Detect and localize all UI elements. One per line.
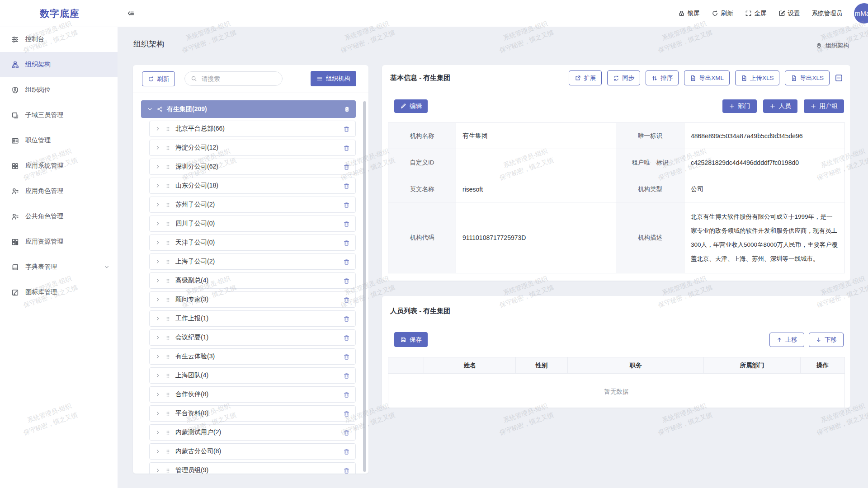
drag-handle-icon[interactable] (165, 335, 171, 341)
sidebar-item-9[interactable]: 字典表管理 (0, 254, 118, 280)
chevron-right-icon[interactable] (155, 411, 160, 416)
trash-icon[interactable] (343, 410, 350, 417)
edit-button[interactable]: 编辑 (394, 99, 428, 113)
trash-icon[interactable] (343, 202, 350, 208)
tree-node-14[interactable]: 合作伙伴(8) (149, 386, 356, 403)
drag-handle-icon[interactable] (165, 221, 171, 227)
drag-handle-icon[interactable] (165, 392, 171, 398)
drag-handle-icon[interactable] (165, 145, 171, 151)
sidebar-collapse-icon[interactable] (127, 9, 135, 17)
tree-node-1[interactable]: 海淀分公司(12) (149, 140, 356, 156)
sidebar-item-2[interactable]: 组织岗位 (0, 77, 118, 103)
chevron-right-icon[interactable] (155, 316, 160, 321)
sidebar-item-7[interactable]: 公共角色管理 (0, 204, 118, 229)
tree-node-4[interactable]: 苏州子公司(2) (149, 197, 356, 213)
chevron-right-icon[interactable] (155, 335, 160, 340)
trash-icon[interactable] (343, 334, 350, 341)
trash-icon[interactable] (343, 277, 350, 284)
drag-handle-icon[interactable] (165, 259, 171, 265)
tree-node-9[interactable]: 顾问专家(3) (149, 291, 356, 308)
chevron-right-icon[interactable] (155, 240, 160, 245)
move-down-button[interactable]: 下移 (809, 333, 844, 347)
tree-node-13[interactable]: 上海团队(4) (149, 367, 356, 384)
tree-node-5[interactable]: 四川子公司(0) (149, 216, 356, 232)
chevron-right-icon[interactable] (155, 449, 160, 454)
tree-refresh-button[interactable]: 刷新 (142, 71, 175, 86)
drag-handle-icon[interactable] (165, 468, 171, 474)
sidebar-item-0[interactable]: 控制台 (0, 27, 118, 52)
tree-node-6[interactable]: 天津子公司(0) (149, 235, 356, 251)
trash-icon[interactable] (343, 353, 350, 360)
trash-icon[interactable] (343, 258, 350, 265)
chevron-right-icon[interactable] (155, 126, 160, 131)
sidebar-item-8[interactable]: 应用资源管理 (0, 229, 118, 254)
tree-root-node[interactable]: 有生集团(209) (141, 100, 356, 118)
sidebar-item-4[interactable]: 职位管理 (0, 128, 118, 153)
drag-handle-icon[interactable] (165, 183, 171, 189)
sidebar-item-5[interactable]: 应用系统管理 (0, 153, 118, 178)
fullscreen-button[interactable]: 全屏 (745, 9, 767, 18)
chevron-down-icon[interactable] (147, 106, 153, 112)
add-department-button[interactable]: 部门 (722, 99, 757, 113)
chevron-right-icon[interactable] (155, 145, 160, 150)
trash-icon[interactable] (343, 296, 350, 303)
org-type-button[interactable]: 组织机构 (311, 71, 356, 86)
drag-handle-icon[interactable] (165, 202, 171, 208)
add-usergroup-button[interactable]: 用户组 (804, 99, 844, 113)
tree-node-3[interactable]: 山东分公司(18) (149, 178, 356, 194)
trash-icon[interactable] (343, 183, 350, 189)
refresh-page-button[interactable]: 刷新 (712, 9, 733, 18)
drag-handle-icon[interactable] (165, 373, 171, 379)
sync-button[interactable]: 同步 (607, 70, 640, 85)
trash-icon[interactable] (343, 126, 350, 132)
tree-node-7[interactable]: 上海子公司(2) (149, 253, 356, 270)
export-xls-button[interactable]: 导出XLS (785, 70, 830, 85)
chevron-right-icon[interactable] (155, 221, 160, 226)
tree-search-input[interactable] (201, 75, 280, 83)
trash-icon[interactable] (343, 372, 350, 379)
drag-handle-icon[interactable] (165, 164, 171, 170)
add-person-button[interactable]: 人员 (763, 99, 797, 113)
save-button[interactable]: 保存 (394, 332, 428, 347)
trash-icon[interactable] (343, 239, 350, 246)
move-up-button[interactable]: 上移 (769, 333, 804, 347)
trash-icon[interactable] (343, 448, 350, 455)
drag-handle-icon[interactable] (165, 297, 171, 303)
sidebar-item-1[interactable]: 组织架构 (0, 52, 118, 77)
drag-handle-icon[interactable] (165, 354, 171, 360)
drag-handle-icon[interactable] (165, 449, 171, 455)
collapse-panel-icon[interactable] (835, 74, 843, 82)
chevron-right-icon[interactable] (155, 183, 160, 188)
trash-icon[interactable] (343, 145, 350, 151)
user-avatar[interactable]: mMan (854, 3, 868, 23)
export-xml-button[interactable]: 导出XML (684, 70, 730, 85)
chevron-right-icon[interactable] (155, 430, 160, 435)
trash-icon[interactable] (343, 164, 350, 170)
upload-xls-button[interactable]: 上传XLS (735, 70, 780, 85)
tree-node-18[interactable]: 管理员组(9) (149, 462, 356, 474)
drag-handle-icon[interactable] (165, 411, 171, 417)
trash-icon[interactable] (343, 221, 350, 227)
sidebar-item-3[interactable]: 子域三员管理 (0, 103, 118, 128)
settings-button[interactable]: 设置 (778, 9, 800, 18)
drag-handle-icon[interactable] (165, 316, 171, 322)
sort-button[interactable]: 排序 (646, 70, 679, 85)
chevron-right-icon[interactable] (155, 354, 160, 359)
chevron-right-icon[interactable] (155, 164, 160, 169)
trash-icon[interactable] (343, 391, 350, 398)
chevron-right-icon[interactable] (155, 202, 160, 207)
tree-node-16[interactable]: 内蒙测试用户(2) (149, 424, 356, 441)
sidebar-item-6[interactable]: 应用角色管理 (0, 178, 118, 204)
tree-node-12[interactable]: 有生云体验(3) (149, 348, 356, 365)
tree-node-15[interactable]: 平台资料(0) (149, 405, 356, 422)
chevron-right-icon[interactable] (155, 468, 160, 473)
trash-icon[interactable] (343, 429, 350, 436)
drag-handle-icon[interactable] (165, 240, 171, 246)
trash-icon[interactable] (343, 315, 350, 322)
drag-handle-icon[interactable] (165, 278, 171, 284)
tree-node-17[interactable]: 内蒙古分公司(8) (149, 443, 356, 460)
trash-icon[interactable] (344, 106, 350, 112)
chevron-right-icon[interactable] (155, 278, 160, 283)
drag-handle-icon[interactable] (165, 430, 171, 436)
drag-handle-icon[interactable] (165, 126, 171, 132)
